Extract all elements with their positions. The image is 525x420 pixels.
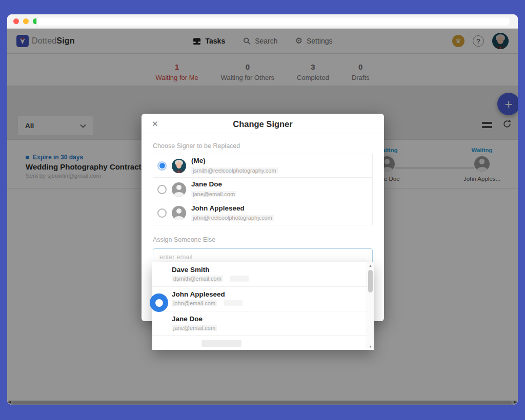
email-suggestion-dropdown: Dave Smith dsmith@email.com John Applese…	[152, 262, 374, 350]
dropdown-scrollbar[interactable]: ▲ ▼	[367, 262, 374, 350]
scroll-down-arrow-icon[interactable]: ▼	[367, 345, 374, 348]
signer-option-jane[interactable]: Jane Doe jane@email.com	[153, 178, 372, 201]
traffic-lights	[7, 18, 38, 24]
selection-indicator	[150, 293, 168, 312]
signer-email: jane@email.com	[191, 191, 236, 197]
signer-email: john@reelcoolphotography.com	[191, 215, 274, 221]
signer-option-me[interactable]: (Me) jsmith@reelcoolphotography.com	[153, 154, 372, 178]
close-icon[interactable]: ✕	[152, 114, 158, 134]
address-bar[interactable]	[36, 17, 510, 26]
close-window-button[interactable]	[13, 18, 19, 24]
person-avatar-icon	[172, 182, 186, 197]
suggestion-john-appleseed[interactable]: John Appleseed john@email.com	[152, 287, 374, 311]
modal-body: Choose Signer to be Replaced (Me) jsmith…	[142, 142, 384, 265]
signer-email: jsmith@reelcoolphotography.com	[191, 167, 278, 174]
radio-selected[interactable]	[157, 161, 167, 171]
redacted-patch	[230, 276, 249, 282]
minimize-window-button[interactable]	[23, 18, 29, 24]
assign-someone-label: Assign Someone Else	[153, 236, 373, 243]
scroll-up-arrow-icon[interactable]: ▲	[367, 264, 374, 267]
suggestion-partial-row[interactable]	[152, 336, 374, 350]
redacted-patch	[201, 340, 241, 347]
choose-signer-label: Choose Signer to be Replaced	[153, 142, 373, 150]
radio-unselected[interactable]	[157, 185, 167, 194]
signer-list: (Me) jsmith@reelcoolphotography.com Jane…	[153, 154, 373, 225]
me-avatar	[172, 159, 186, 173]
suggestion-name: Dave Smith	[172, 266, 374, 274]
signer-option-john[interactable]: John Appleseed john@reelcoolphotography.…	[153, 201, 372, 225]
browser-chrome	[7, 14, 518, 29]
suggestion-email: dsmith@email.com	[172, 276, 223, 282]
modal-title: Change Signer	[142, 114, 384, 134]
redacted-patch	[224, 300, 243, 306]
browser-window: DottedSign Tasks Search	[7, 14, 518, 405]
signer-name: John Appleseed	[191, 204, 274, 213]
signer-name: (Me)	[191, 157, 278, 165]
radio-unselected[interactable]	[157, 208, 167, 218]
suggestion-email: john@email.com	[172, 300, 217, 306]
dropdown-scrollbar-thumb[interactable]	[368, 270, 373, 292]
modal-header: ✕ Change Signer	[142, 114, 384, 134]
suggestion-name: John Appleseed	[172, 290, 374, 298]
suggestion-name: Jane Doe	[172, 315, 374, 323]
suggestion-email: jane@email.com	[172, 325, 217, 331]
signer-name: Jane Doe	[191, 180, 236, 188]
person-avatar-icon	[172, 206, 186, 220]
suggestion-dave-smith[interactable]: Dave Smith dsmith@email.com	[152, 262, 374, 287]
suggestion-jane-doe[interactable]: Jane Doe jane@email.com	[152, 311, 374, 336]
